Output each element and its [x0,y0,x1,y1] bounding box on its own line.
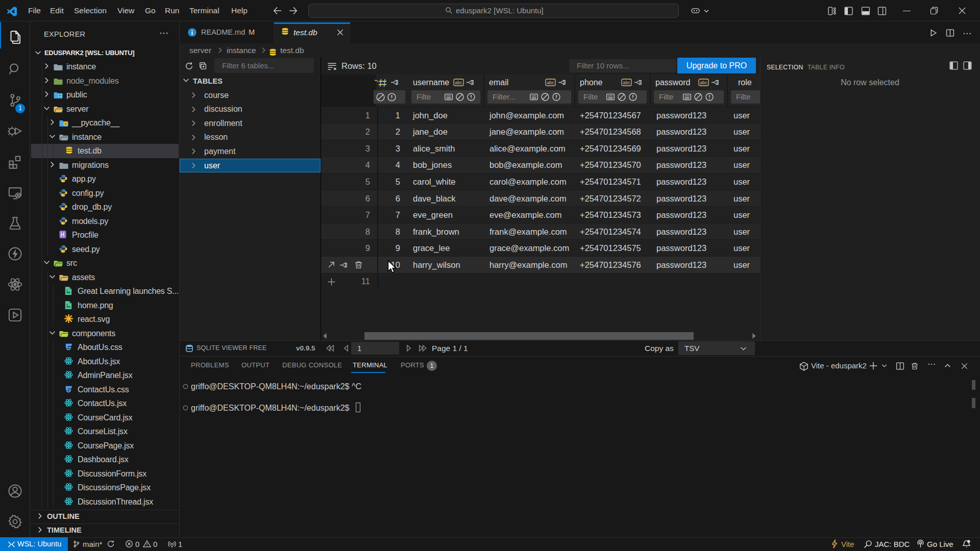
svg-text:abc: abc [623,80,630,85]
svg-text:abc: abc [700,80,707,85]
svg-text:abc: abc [547,80,554,85]
svg-text:abc: abc [455,80,462,85]
